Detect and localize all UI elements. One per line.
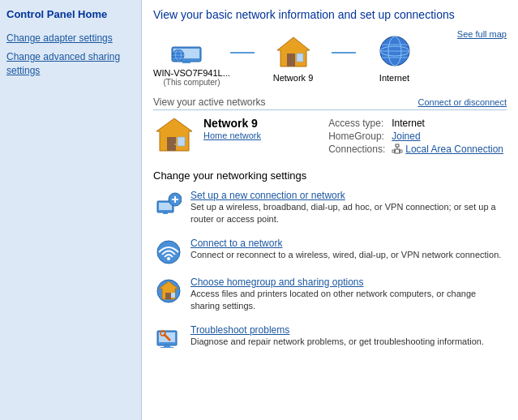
sidebar-link-advanced-sharing[interactable]: Change advanced sharing settings bbox=[6, 50, 135, 78]
access-type-label: Access type: bbox=[325, 117, 388, 130]
homegroup-value[interactable]: Joined bbox=[388, 130, 507, 143]
svg-rect-11 bbox=[297, 54, 303, 62]
homegroup-desc: Access files and printers located on oth… bbox=[191, 288, 507, 313]
net-item-network: Network 9 bbox=[255, 34, 332, 83]
network-details: Access type: Internet HomeGroup: Joined … bbox=[325, 117, 507, 158]
svg-rect-23 bbox=[396, 144, 399, 147]
computer-label: WIN-VSO7F941L... bbox=[153, 68, 230, 78]
see-full-map-link[interactable]: See full map bbox=[457, 29, 507, 39]
setting-content-new-connection: Set up a new connection or network Set u… bbox=[191, 190, 507, 226]
homegroup-icon bbox=[153, 276, 184, 304]
net-item-internet: Internet bbox=[356, 34, 433, 83]
troubleshoot-title[interactable]: Troubleshoot problems bbox=[191, 324, 289, 336]
svg-point-21 bbox=[174, 144, 176, 145]
active-network-name: Network 9 bbox=[203, 117, 261, 130]
svg-rect-10 bbox=[287, 54, 295, 66]
setting-item-connect-network: Connect to a network Connect or reconnec… bbox=[153, 238, 507, 265]
new-connection-desc: Set up a wireless, broadband, dial-up, a… bbox=[191, 201, 507, 226]
sidebar-title: Control Panel Home bbox=[6, 8, 135, 20]
network-map: WIN-VSO7F941L... (This computer) Network… bbox=[153, 29, 507, 87]
active-network-info: Network 9 Home network bbox=[203, 117, 261, 141]
active-networks-label: View your active networks bbox=[153, 96, 266, 108]
connect-network-title[interactable]: Connect to a network bbox=[191, 238, 282, 249]
active-networks-header: View your active networks Connect or dis… bbox=[153, 96, 507, 110]
svg-rect-40 bbox=[171, 293, 175, 298]
new-connection-icon bbox=[153, 190, 184, 217]
computer-icon bbox=[171, 29, 213, 66]
new-connection-title[interactable]: Set up a new connection or network bbox=[191, 190, 345, 201]
arrow-1 bbox=[230, 52, 255, 54]
globe-icon bbox=[375, 34, 414, 71]
internet-label: Internet bbox=[379, 73, 409, 83]
connect-network-desc: Connect or reconnect to a wireless, wire… bbox=[191, 249, 501, 261]
arrow-2 bbox=[332, 52, 356, 54]
svg-rect-2 bbox=[182, 62, 191, 63]
connections-link[interactable]: Local Area Connection bbox=[405, 144, 503, 155]
local-area-icon bbox=[392, 144, 403, 155]
sidebar: Control Panel Home Change adapter settin… bbox=[0, 0, 142, 420]
sidebar-link-adapter[interactable]: Change adapter settings bbox=[6, 32, 135, 45]
connect-network-icon bbox=[153, 238, 184, 265]
svg-rect-31 bbox=[163, 212, 168, 214]
main-content: View your basic network information and … bbox=[142, 0, 518, 420]
setting-item-troubleshoot: Troubleshoot problems Diagnose and repai… bbox=[153, 324, 507, 352]
troubleshoot-desc: Diagnose and repair network problems, or… bbox=[191, 336, 484, 348]
active-network-type-link[interactable]: Home network bbox=[203, 131, 261, 140]
svg-rect-43 bbox=[164, 345, 170, 347]
active-network-row: Network 9 Home network Access type: Inte… bbox=[153, 117, 507, 158]
settings-header: Change your networking settings bbox=[153, 169, 507, 182]
page-title: View your basic network information and … bbox=[153, 8, 507, 21]
connect-disconnect-link[interactable]: Connect or disconnect bbox=[418, 97, 507, 107]
net-item-computer: WIN-VSO7F941L... (This computer) bbox=[153, 29, 230, 87]
computer-sublabel: (This computer) bbox=[163, 78, 220, 87]
access-type-value: Internet bbox=[388, 117, 507, 130]
troubleshoot-icon bbox=[153, 324, 184, 352]
svg-rect-44 bbox=[161, 347, 173, 348]
network-map-items: WIN-VSO7F941L... (This computer) Network… bbox=[153, 29, 433, 87]
setting-content-connect-network: Connect to a network Connect or reconnec… bbox=[191, 238, 501, 261]
homegroup-title[interactable]: Choose homegroup and sharing options bbox=[191, 276, 363, 288]
active-network-icon bbox=[153, 117, 195, 155]
setting-content-homegroup: Choose homegroup and sharing options Acc… bbox=[191, 276, 507, 313]
svg-point-36 bbox=[167, 257, 170, 260]
svg-rect-20 bbox=[178, 137, 185, 146]
homegroup-label: HomeGroup: bbox=[325, 130, 388, 143]
setting-content-troubleshoot: Troubleshoot problems Diagnose and repai… bbox=[191, 324, 484, 348]
svg-rect-39 bbox=[165, 293, 171, 299]
house-icon bbox=[274, 34, 313, 71]
connections-label: Connections: bbox=[325, 143, 388, 158]
network-label: Network 9 bbox=[273, 73, 314, 83]
connections-value: Local Area Connection bbox=[388, 143, 507, 158]
setting-item-new-connection: Set up a new connection or network Set u… bbox=[153, 190, 507, 226]
setting-item-homegroup: Choose homegroup and sharing options Acc… bbox=[153, 276, 507, 313]
